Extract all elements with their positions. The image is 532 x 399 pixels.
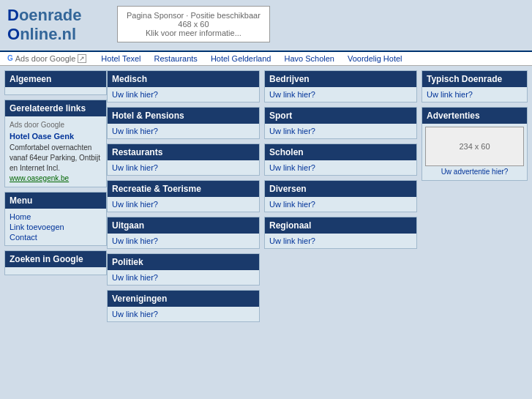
ad-placeholder: 234 x 60 bbox=[425, 127, 524, 166]
sponsor-line2: 468 x 60 bbox=[127, 20, 261, 29]
right-sidebar: Typisch Doenrade Uw link hier? Advertent… bbox=[422, 70, 528, 322]
cat-politiek: Politiek Uw link hier? bbox=[107, 253, 260, 286]
algemeen-section: Algemeen bbox=[4, 70, 107, 95]
ad-label[interactable]: Uw advertentie hier? bbox=[425, 166, 524, 177]
menu-section: Menu Home Link toevoegen Contact bbox=[4, 192, 107, 246]
cat-medisch-link[interactable]: Uw link hier? bbox=[108, 87, 259, 102]
search-title: Zoeken in Google bbox=[5, 251, 106, 267]
cat-uitgaan: Uitgaan Uw link hier? bbox=[107, 217, 260, 249]
sponsor-line3: Klik voor meer informatie... bbox=[127, 29, 261, 37]
gerelateerde-title: Gerelateerde links bbox=[5, 100, 106, 116]
sponsor-box[interactable]: Pagina Sponsor · Positie beschikbaar 468… bbox=[117, 6, 270, 42]
cat-regionaal: Regionaal Uw link hier? bbox=[264, 217, 417, 249]
gerelateerde-content: Ads door Google Hotel Oase Genk Comforta… bbox=[5, 116, 106, 187]
cat-medisch-title: Medisch bbox=[108, 71, 259, 87]
external-icon: ↗ bbox=[78, 54, 86, 63]
cat-advertenties-title: Advertenties bbox=[422, 108, 527, 124]
top-link-hotel-texel[interactable]: Hotel Texel bbox=[101, 54, 141, 63]
hotel-desc: Comfortabel overnachten vanaf 64eur Park… bbox=[10, 143, 102, 174]
menu-title: Menu bbox=[5, 193, 106, 209]
menu-item-home[interactable]: Home bbox=[10, 212, 102, 222]
sponsor-line1: Pagina Sponsor · Positie beschikbaar bbox=[127, 11, 261, 20]
cat-uitgaan-link[interactable]: Uw link hier? bbox=[108, 234, 259, 248]
cat-recreatie-link[interactable]: Uw link hier? bbox=[108, 197, 259, 212]
cat-verenigingen: Verenigingen Uw link hier? bbox=[107, 290, 260, 322]
cat-diversen-title: Diversen bbox=[265, 181, 416, 197]
hotel-link[interactable]: Hotel Oase Genk bbox=[10, 132, 102, 141]
search-section: Zoeken in Google bbox=[4, 250, 107, 275]
cat-uitgaan-title: Uitgaan bbox=[108, 217, 259, 234]
google-icon: G bbox=[7, 54, 13, 62]
cat-typisch-title: Typisch Doenrade bbox=[422, 71, 527, 87]
cat-hotel-link[interactable]: Uw link hier? bbox=[108, 124, 259, 138]
top-links: Hotel Texel Restaurants Hotel Gelderland… bbox=[101, 54, 402, 63]
cat-diversen: Diversen Uw link hier? bbox=[264, 180, 417, 212]
algemeen-title: Algemeen bbox=[5, 71, 106, 87]
cat-restaurants-link[interactable]: Uw link hier? bbox=[108, 160, 259, 175]
logo: Doenrade Online.nl bbox=[7, 6, 102, 45]
cat-typisch-link[interactable]: Uw link hier? bbox=[422, 87, 527, 102]
top-link-voordelig-hotel[interactable]: Voordelig Hotel bbox=[348, 54, 402, 63]
main: Algemeen Gerelateerde links Ads door Goo… bbox=[0, 66, 532, 327]
cat-typisch: Typisch Doenrade Uw link hier? bbox=[422, 70, 528, 102]
top-link-hotel-gelderland[interactable]: Hotel Gelderland bbox=[211, 54, 271, 63]
cat-verenigingen-title: Verenigingen bbox=[108, 291, 259, 307]
cat-sport-link[interactable]: Uw link hier? bbox=[265, 124, 416, 138]
top-link-havo-scholen[interactable]: Havo Scholen bbox=[284, 54, 334, 63]
content: Medisch Uw link hier? Hotel & Pensions U… bbox=[107, 70, 528, 322]
top-ad-bar: G Ads door Google ↗ Hotel Texel Restaura… bbox=[0, 51, 532, 66]
cat-sport-title: Sport bbox=[265, 108, 416, 124]
cat-regionaal-title: Regionaal bbox=[265, 217, 416, 234]
logo-line1: Doenrade bbox=[7, 6, 102, 25]
cat-bedrijven-link[interactable]: Uw link hier? bbox=[265, 87, 416, 102]
cat-sport: Sport Uw link hier? bbox=[264, 107, 417, 139]
cat-hotel-pensions: Hotel & Pensions Uw link hier? bbox=[107, 107, 260, 139]
ads-by-google-label: G Ads door Google ↗ bbox=[7, 54, 86, 63]
cat-regionaal-link[interactable]: Uw link hier? bbox=[265, 234, 416, 248]
cat-bedrijven: Bedrijven Uw link hier? bbox=[264, 70, 417, 102]
header: Doenrade Online.nl Pagina Sponsor · Posi… bbox=[0, 0, 532, 51]
cat-scholen-link[interactable]: Uw link hier? bbox=[265, 160, 416, 175]
cat-scholen-title: Scholen bbox=[265, 144, 416, 160]
menu-item-contact[interactable]: Contact bbox=[10, 232, 102, 242]
column-1: Medisch Uw link hier? Hotel & Pensions U… bbox=[107, 70, 260, 322]
cat-hotel-title: Hotel & Pensions bbox=[108, 108, 259, 124]
cat-scholen: Scholen Uw link hier? bbox=[264, 143, 417, 176]
sidebar-ads-label: Ads door Google bbox=[10, 121, 102, 129]
cat-diversen-link[interactable]: Uw link hier? bbox=[265, 197, 416, 212]
top-link-restaurants[interactable]: Restaurants bbox=[154, 54, 198, 63]
cat-recreatie: Recreatie & Toerisme Uw link hier? bbox=[107, 180, 260, 212]
sidebar: Algemeen Gerelateerde links Ads door Goo… bbox=[4, 70, 107, 322]
cat-recreatie-title: Recreatie & Toerisme bbox=[108, 181, 259, 197]
menu-item-link-toevoegen[interactable]: Link toevoegen bbox=[10, 222, 102, 232]
cat-medisch: Medisch Uw link hier? bbox=[107, 70, 260, 102]
cat-bedrijven-title: Bedrijven bbox=[265, 71, 416, 87]
cat-restaurants-title: Restaurants bbox=[108, 144, 259, 160]
cat-advertenties: Advertenties 234 x 60 Uw advertentie hie… bbox=[422, 107, 528, 181]
cat-restaurants: Restaurants Uw link hier? bbox=[107, 143, 260, 176]
hotel-url[interactable]: www.oasegenk.be bbox=[10, 174, 69, 182]
cat-politiek-title: Politiek bbox=[108, 254, 259, 270]
gerelateerde-section: Gerelateerde links Ads door Google Hotel… bbox=[4, 100, 107, 187]
cat-verenigingen-link[interactable]: Uw link hier? bbox=[108, 307, 259, 321]
column-2: Bedrijven Uw link hier? Sport Uw link hi… bbox=[264, 70, 417, 322]
logo-line2: Online.nl bbox=[7, 25, 102, 44]
menu-content: Home Link toevoegen Contact bbox=[5, 209, 106, 245]
cat-politiek-link[interactable]: Uw link hier? bbox=[108, 270, 259, 285]
